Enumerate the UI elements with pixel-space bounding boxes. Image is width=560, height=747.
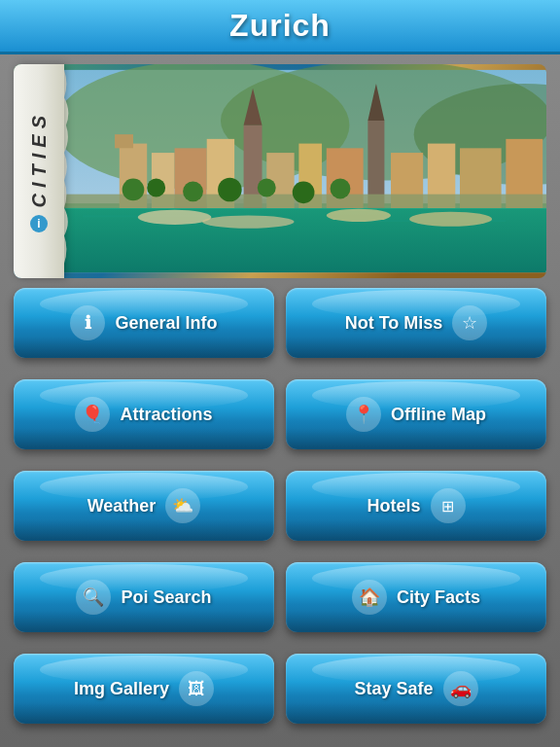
info-badge[interactable]: i xyxy=(30,215,48,232)
stay-safe-icon-bg: 🚗 xyxy=(443,671,478,706)
cities-label: CITIES xyxy=(29,110,49,207)
weather-icon-bg: ⛅ xyxy=(165,488,200,523)
hotels-icon-bg: ⊞ xyxy=(431,488,466,523)
not-to-miss-label: Not To Miss xyxy=(345,313,443,334)
app-header: Zurich xyxy=(0,0,560,54)
house-icon: 🏠 xyxy=(359,587,380,608)
city-facts-icon-bg: 🏠 xyxy=(352,580,387,615)
svg-point-34 xyxy=(202,215,295,228)
city-photo-bg xyxy=(14,64,546,278)
star-icon: ☆ xyxy=(462,312,477,334)
svg-point-36 xyxy=(409,212,492,227)
svg-point-29 xyxy=(218,178,242,202)
city-skyline-svg xyxy=(64,64,546,278)
hotels-label: Hotels xyxy=(367,496,420,516)
img-gallery-label: Img Gallery xyxy=(74,679,169,699)
poi-search-label: Poi Search xyxy=(121,587,211,608)
general-info-label: General Info xyxy=(115,313,217,334)
cities-spine: CITIES i xyxy=(14,64,64,278)
svg-point-33 xyxy=(138,210,212,225)
stay-safe-label: Stay Safe xyxy=(354,679,433,699)
app-title: Zurich xyxy=(229,8,331,44)
stay-safe-button[interactable]: Stay Safe 🚗 xyxy=(286,654,546,724)
svg-point-26 xyxy=(122,179,145,201)
not-to-miss-icon-bg: ☆ xyxy=(452,305,487,340)
offline-map-button[interactable]: 📍 Offline Map xyxy=(286,379,546,449)
poi-search-button[interactable]: 🔍 Poi Search xyxy=(14,562,274,632)
balloon-icon: 🎈 xyxy=(82,404,103,425)
general-info-icon-bg: ℹ xyxy=(70,305,105,340)
car-icon: 🚗 xyxy=(450,678,472,699)
img-gallery-button[interactable]: Img Gallery 🖼 xyxy=(14,654,274,724)
menu-grid: ℹ General Info Not To Miss ☆ 🎈 Attractio… xyxy=(14,288,546,733)
svg-point-28 xyxy=(183,181,203,201)
img-gallery-icon-bg: 🖼 xyxy=(179,671,214,706)
general-info-button[interactable]: ℹ General Info xyxy=(14,288,274,358)
attractions-button[interactable]: 🎈 Attractions xyxy=(14,379,274,449)
poi-search-icon-bg: 🔍 xyxy=(76,580,111,615)
svg-point-32 xyxy=(331,179,351,199)
hero-image: CITIES i xyxy=(14,64,546,278)
attractions-label: Attractions xyxy=(120,405,212,425)
weather-label: Weather xyxy=(88,496,157,516)
search-icon: 🔍 xyxy=(83,587,104,608)
city-photo-area xyxy=(64,64,546,278)
not-to-miss-button[interactable]: Not To Miss ☆ xyxy=(286,288,546,358)
main-content: CITIES i ℹ General Info Not To Miss ☆ 🎈 … xyxy=(0,54,560,747)
hotel-icon: ⊞ xyxy=(441,497,454,516)
city-facts-label: City Facts xyxy=(397,587,480,608)
cloud-icon: ⛅ xyxy=(172,495,193,516)
info-icon: ℹ xyxy=(85,312,91,334)
svg-rect-10 xyxy=(115,134,133,148)
map-icon: 📍 xyxy=(353,404,374,425)
offline-map-icon-bg: 📍 xyxy=(346,397,381,432)
svg-point-27 xyxy=(147,179,165,197)
svg-point-31 xyxy=(293,181,315,203)
city-facts-button[interactable]: 🏠 City Facts xyxy=(286,562,546,632)
weather-button[interactable]: Weather ⛅ xyxy=(14,471,274,541)
offline-map-label: Offline Map xyxy=(391,405,486,425)
gallery-icon: 🖼 xyxy=(188,679,205,699)
hotels-button[interactable]: Hotels ⊞ xyxy=(286,471,546,541)
svg-point-35 xyxy=(327,209,391,222)
attractions-icon-bg: 🎈 xyxy=(75,397,110,432)
svg-point-30 xyxy=(258,179,276,197)
